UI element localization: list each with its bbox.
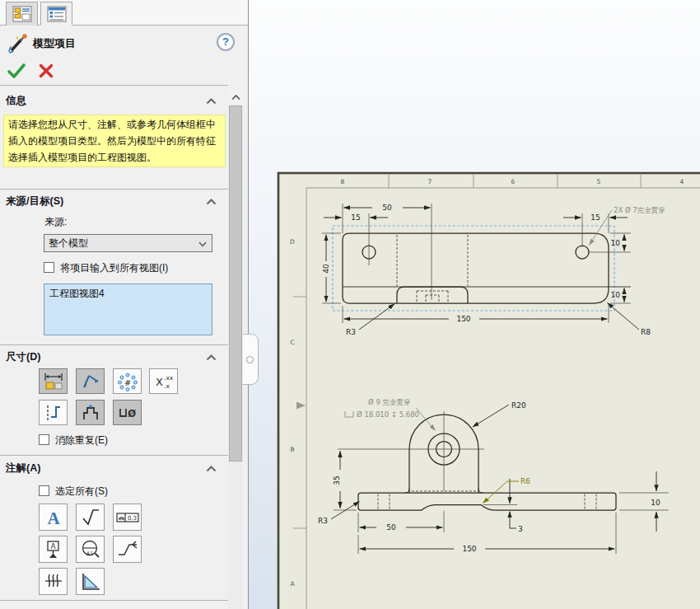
weld-symbol-button[interactable] — [113, 536, 142, 563]
chevron-up-icon[interactable] — [206, 466, 217, 472]
zone-top-6: 6 — [511, 178, 516, 185]
slope-symbol-button[interactable] — [76, 568, 105, 595]
zone-top-4: 4 — [680, 178, 684, 185]
svg-text:A: A — [50, 542, 56, 550]
source-label: 来源: — [44, 215, 67, 229]
dim-10-upper[interactable]: 10 — [611, 239, 621, 247]
divider — [0, 85, 228, 86]
dim-3[interactable]: 3 — [518, 525, 523, 533]
surface-lines-button[interactable] — [39, 568, 68, 595]
geometric-tolerance-button[interactable]: 0.3 — [113, 504, 142, 531]
panel-title-row: 模型项目 ? — [0, 30, 248, 54]
geometric-tolerance-icon: 0.3 — [115, 507, 140, 528]
scrollbar-thumb[interactable] — [229, 105, 242, 461]
datum-target-button[interactable]: A1 — [76, 536, 105, 563]
chevron-up-icon[interactable] — [206, 98, 217, 105]
scroll-up-button[interactable] — [228, 91, 243, 105]
dim-40[interactable]: 40 — [322, 264, 330, 274]
surface-finish-button[interactable] — [76, 504, 105, 531]
chevron-up-icon[interactable] — [206, 199, 217, 205]
instance-count-icon: # — [116, 372, 139, 391]
chevron-up-icon — [231, 95, 240, 101]
chevron-up-icon[interactable] — [206, 354, 217, 361]
eliminate-duplicates-label: 消除重复(E) — [55, 433, 108, 447]
not-marked-for-drawing-dims-button[interactable] — [76, 368, 105, 394]
target-view-item[interactable]: 工程图视图4 — [44, 284, 212, 303]
dim-35[interactable]: 35 — [333, 475, 341, 485]
svg-text:.x: .x — [164, 382, 170, 390]
select-all-annotations-checkbox[interactable] — [39, 485, 49, 496]
dim-50[interactable]: 50 — [382, 204, 392, 212]
datum-button[interactable]: A — [39, 536, 68, 563]
ok-button[interactable] — [7, 62, 26, 80]
section-header-source: 来源/目标(S) — [6, 194, 63, 208]
section-header-dimensions: 尺寸(D) — [6, 350, 40, 364]
svg-text:A: A — [47, 508, 60, 528]
eliminate-duplicates-checkbox[interactable] — [39, 434, 49, 445]
slope-triangle-icon — [79, 571, 102, 593]
panel-scrollbar[interactable] — [228, 91, 243, 609]
zone-left-b: B — [290, 446, 294, 453]
tolerance-dimension-icon: X .xx .x — [152, 372, 175, 391]
instance-count-button[interactable]: # — [113, 368, 142, 394]
dim-150[interactable]: 150 — [456, 315, 470, 323]
model-items-icon — [7, 31, 30, 54]
marked-for-drawing-dims-button[interactable] — [39, 368, 68, 394]
marked-for-drawing-icon — [42, 372, 65, 391]
zone-top-7: 7 — [428, 178, 432, 185]
property-manager-panel: 模型项目 ? 信息 请选择您想从尺寸、注解、或参考几何体组框中插入的模型项目类型… — [0, 0, 249, 609]
hole-callout-note[interactable]: 2X Ø 7完全贯穿 — [614, 206, 665, 214]
notes-button[interactable]: A — [39, 504, 68, 531]
graphics-area[interactable]: 8 7 6 5 4 D C B A — [249, 0, 700, 609]
svg-text:0.3: 0.3 — [127, 515, 136, 522]
cbore-note-line1[interactable]: Ø 9 完全贯穿 — [368, 398, 411, 406]
source-model-select[interactable]: 整个模型 — [44, 234, 212, 252]
svg-text:X: X — [156, 376, 163, 388]
fillet-r3[interactable]: R3 — [346, 328, 356, 336]
zone-left-a: A — [290, 580, 295, 588]
cancel-button[interactable] — [38, 63, 54, 79]
divider — [0, 189, 228, 190]
zone-top-8: 8 — [341, 178, 345, 185]
datum-feature-icon: A — [42, 539, 65, 560]
datum-target-icon: A1 — [79, 539, 102, 560]
hole-wizard-profiles-icon — [79, 403, 102, 423]
hole-wizard-locations-button[interactable] — [39, 400, 68, 425]
import-all-views-checkbox[interactable] — [44, 262, 54, 273]
radius-r20[interactable]: R20 — [511, 401, 526, 410]
sheet-paper — [278, 173, 700, 609]
section-header-info: 信息 — [6, 94, 26, 108]
feature-manager-icon — [12, 6, 32, 22]
panel-title: 模型项目 — [33, 36, 76, 51]
dim-10-lower[interactable]: 10 — [611, 291, 621, 299]
svg-text:Ø: Ø — [128, 408, 136, 419]
tolerance-dimensions-button[interactable]: X .xx .x — [149, 368, 178, 394]
panel-tab-strip — [0, 0, 248, 26]
import-all-views-label: 将项目输入到所有视图(I) — [60, 261, 168, 275]
fillet-r8[interactable]: R8 — [641, 328, 651, 336]
fillet-r3-front[interactable]: R3 — [318, 517, 328, 525]
zone-left-c: C — [290, 339, 294, 346]
fillet-r6[interactable]: R6 — [520, 477, 530, 485]
hatch-lines-icon — [42, 571, 65, 593]
angle-dimension-icon — [79, 372, 102, 391]
help-button[interactable]: ? — [217, 33, 235, 51]
panel-splitter[interactable] — [243, 334, 259, 385]
property-manager-icon — [47, 6, 67, 22]
dim-15-right[interactable]: 15 — [590, 213, 600, 222]
tab-property-manager[interactable] — [40, 2, 72, 26]
dim-10-front[interactable]: 10 — [651, 499, 660, 507]
target-views-listbox[interactable]: 工程图视图4 — [44, 283, 212, 335]
cbore-note-line2[interactable]: Ø 18.010 ↧ 5.680 — [357, 410, 419, 419]
dim-150-front[interactable]: 150 — [462, 545, 476, 553]
dim-50-front[interactable]: 50 — [386, 523, 396, 532]
zone-left-d: D — [290, 238, 295, 246]
hole-wizard-locations-icon — [42, 403, 65, 423]
drawing-sheet[interactable]: 8 7 6 5 4 D C B A — [249, 0, 700, 609]
tab-feature-manager[interactable] — [6, 2, 38, 26]
hole-callout-button[interactable]: Ø — [113, 400, 142, 425]
chevron-down-icon — [198, 241, 207, 247]
splitter-grip-icon — [246, 356, 254, 363]
dim-15-left[interactable]: 15 — [351, 213, 360, 222]
hole-wizard-profiles-button[interactable] — [76, 400, 105, 425]
